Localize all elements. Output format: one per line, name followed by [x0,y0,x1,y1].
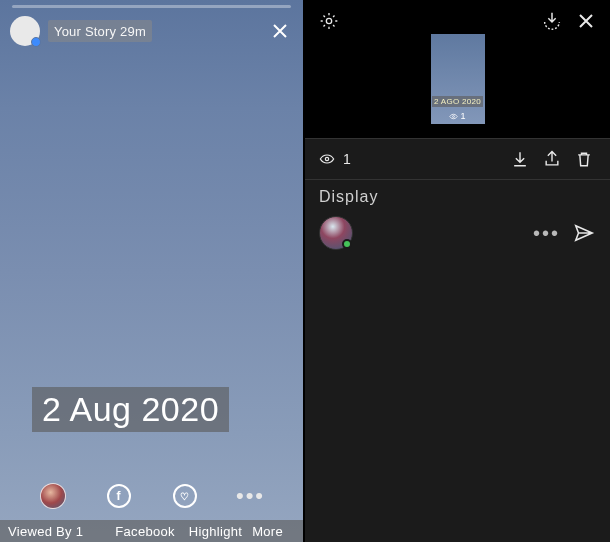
download-icon [510,149,530,169]
story-thumbnail-strip: 2 AGO 2020 1 [305,42,610,138]
share-icon [542,149,562,169]
gear-icon [319,11,339,31]
viewed-by-label: Viewed By 1 [8,524,83,539]
thumbnail-date: 2 AGO 2020 [432,96,483,107]
add-story-dot-icon [31,37,41,47]
story-view: Your Story 29m 2 Aug 2020 f ♡ ••• Viewed… [0,0,303,542]
svg-point-0 [326,18,331,23]
thumbnail-view-count: 1 [449,111,465,121]
save-story-button[interactable] [540,9,564,33]
more-icon: ••• [236,483,265,509]
close-insights-button[interactable] [574,9,598,33]
story-date-overlay: 2 Aug 2020 [32,387,229,432]
story-title: Your Story 29m [54,24,146,39]
facebook-icon: f [107,484,131,508]
viewer-more-button[interactable]: ••• [533,222,560,245]
highlight-label: Highlight [189,524,242,539]
viewer-avatar[interactable] [319,216,353,250]
paper-plane-icon [573,222,595,244]
viewed-by-button[interactable] [39,482,67,510]
delete-button[interactable] [572,147,596,171]
story-insights-view: 2 AGO 2020 1 1 Display ••• [303,0,610,542]
download-button[interactable] [508,147,532,171]
save-download-icon [541,10,563,32]
thumbnail-view-number: 1 [460,111,465,121]
viewers-count: 1 [343,151,351,167]
viewer-avatar-icon [40,483,66,509]
viewers-section-label: Display [305,180,610,210]
trash-icon [574,149,594,169]
highlight-button[interactable]: ♡ [171,482,199,510]
share-facebook-button[interactable]: f [105,482,133,510]
viewers-row: 1 [305,138,610,180]
eye-icon [319,151,335,167]
viewer-list-item: ••• [305,210,610,256]
story-title-box: Your Story 29m [48,20,152,42]
close-button[interactable] [267,18,293,44]
more-icon: ••• [533,222,560,244]
facebook-label: Facebook [115,524,175,539]
svg-point-1 [453,115,455,117]
highlight-heart-icon: ♡ [173,484,197,508]
close-icon [577,12,595,30]
online-dot-icon [342,239,352,249]
send-message-button[interactable] [572,221,596,245]
story-header: Your Story 29m [10,16,293,46]
story-progress-bar [12,5,291,8]
story-action-labels: Viewed By 1 Facebook Highlight More [0,520,303,542]
more-button[interactable]: ••• [237,482,265,510]
story-actions-row: f ♡ ••• [0,482,303,510]
svg-point-2 [325,157,328,160]
close-icon [271,22,289,40]
eye-icon [449,112,458,121]
settings-button[interactable] [317,9,341,33]
share-button[interactable] [540,147,564,171]
your-story-avatar[interactable] [10,16,40,46]
story-thumbnail[interactable]: 2 AGO 2020 1 [431,34,485,124]
more-label: More [252,524,283,539]
